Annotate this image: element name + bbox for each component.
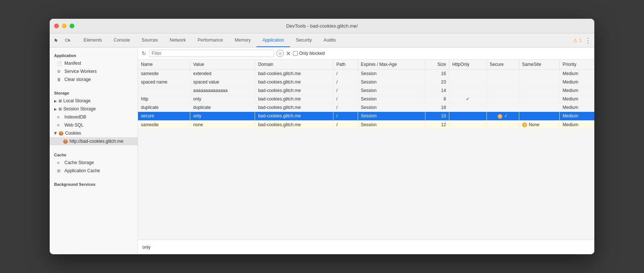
refresh-button[interactable]: ↻ (141, 50, 147, 57)
device-toggle-icon[interactable] (64, 36, 72, 45)
clear-filter-button[interactable]: ✕ (286, 50, 291, 57)
cell-5-3: / (333, 112, 358, 121)
minimize-button[interactable] (62, 24, 67, 28)
application-cache-icon: ⊞ (57, 169, 62, 173)
cell-6-7 (486, 120, 519, 129)
cookie-table: Name Value Domain Path Expires / Max-Age… (138, 60, 594, 129)
table-row[interactable]: samesitenonebad-cookies.glitch.me/Sessio… (138, 120, 594, 129)
cell-5-6 (449, 112, 486, 121)
traffic-lights (54, 24, 74, 28)
cell-1-7 (486, 78, 519, 86)
cell-5-4: Session (358, 112, 425, 121)
cell-2-0 (138, 86, 190, 95)
cell-3-0: http (138, 95, 190, 103)
sidebar-item-manifest[interactable]: 📄 Manifest (50, 59, 138, 67)
cell-1-2: bad-cookies.glitch.me (255, 78, 333, 86)
cell-6-8: ℹ None (519, 120, 559, 129)
sidebar-item-cache-storage[interactable]: ≡ Cache Storage (50, 159, 138, 167)
cell-1-8 (519, 78, 559, 86)
cell-2-7 (486, 86, 519, 95)
filter-input[interactable] (152, 51, 272, 56)
cell-0-2: bad-cookies.glitch.me (255, 70, 333, 78)
cursor-icon[interactable] (53, 36, 61, 45)
cell-3-2: bad-cookies.glitch.me (255, 95, 333, 103)
cell-1-9: Medium (559, 78, 594, 86)
blocked-icon[interactable]: ⊘ (276, 50, 284, 57)
window-title: DevTools - bad-cookies.glitch.me/ (286, 23, 358, 29)
cell-3-9: Medium (559, 95, 594, 103)
tab-sources[interactable]: Sources (136, 33, 164, 47)
tabbar-right: ⚠ 1 ⋮ (573, 36, 591, 45)
table-row[interactable]: spaced namespaced valuebad-cookies.glitc… (138, 78, 594, 86)
sidebar-item-service-workers[interactable]: ⚙ Service Workers (50, 67, 138, 75)
close-button[interactable] (54, 24, 59, 28)
tab-audits[interactable]: Audits (318, 33, 342, 47)
sidebar-item-cookie-url[interactable]: 🍪 http://bad-cookies.glitch.me (50, 137, 138, 145)
trash-icon: 🗑 (57, 77, 62, 82)
table-row[interactable]: httponlybad-cookies.glitch.me/Session8✓M… (138, 95, 594, 103)
cell-6-3: / (333, 120, 358, 129)
cell-5-5: 10 (425, 112, 449, 121)
cell-3-5: 8 (425, 95, 449, 103)
col-priority: Priority (559, 60, 594, 70)
cell-4-9: Medium (559, 103, 594, 112)
filter-bar: ↻ ⊘ ✕ Only blocked (138, 47, 594, 60)
more-menu-button[interactable]: ⋮ (585, 36, 591, 45)
cell-5-0: secure (138, 112, 190, 121)
sidebar-item-cookies[interactable]: ▶ 🍪 Cookies (50, 129, 138, 137)
sidebar-section-cache: Cache (50, 150, 138, 159)
cookie-url-icon: 🍪 (63, 139, 68, 144)
filter-input-wrap (149, 50, 274, 57)
cell-0-6 (449, 70, 486, 78)
tab-application[interactable]: Application (256, 33, 290, 47)
cell-4-6 (449, 103, 486, 112)
cell-4-1: duplicate (190, 103, 255, 112)
col-secure: Secure (486, 60, 519, 70)
cell-5-1: only (190, 112, 255, 121)
sidebar-item-indexeddb[interactable]: ≡ IndexedDB (50, 113, 138, 121)
cell-1-1: spaced value (190, 78, 255, 86)
table-header-row: Name Value Domain Path Expires / Max-Age… (138, 60, 594, 70)
table-row[interactable]: secureonlybad-cookies.glitch.me/Session1… (138, 112, 594, 121)
sidebar-item-web-sql[interactable]: ≡ Web SQL (50, 121, 138, 129)
warning-count: 1 (579, 38, 582, 43)
sidebar-item-session-storage[interactable]: ▶ ⊞ Session Storage (50, 105, 138, 113)
grid-icon-session: ⊞ (59, 107, 62, 111)
tab-security[interactable]: Security (290, 33, 318, 47)
sidebar-item-clear-storage[interactable]: 🗑 Clear storage (50, 75, 138, 84)
manifest-icon: 📄 (57, 61, 62, 66)
cell-0-9: Medium (559, 70, 594, 78)
tabs-container: Elements Console Sources Network Perform… (78, 33, 342, 47)
cell-6-9: Medium (559, 120, 594, 129)
cell-1-3: / (333, 78, 358, 86)
sidebar-item-application-cache[interactable]: ⊞ Application Cache (50, 167, 138, 175)
cell-2-6 (449, 86, 486, 95)
table-row[interactable]: samesiteextendedbad-cookies.glitch.me/Se… (138, 70, 594, 78)
tab-console[interactable]: Console (108, 33, 136, 47)
preview-value: only (142, 245, 151, 250)
cell-6-5: 12 (425, 120, 449, 129)
cell-2-4: Session (358, 86, 425, 95)
cell-1-6 (449, 78, 486, 86)
cell-5-8 (519, 112, 559, 121)
cell-1-5: 23 (425, 78, 449, 86)
devtools-window: DevTools - bad-cookies.glitch.me/ Elemen… (50, 19, 594, 254)
cell-4-4: Session (358, 103, 425, 112)
table-row[interactable]: duplicateduplicatebad-cookies.glitch.me/… (138, 103, 594, 112)
cell-3-1: only (190, 95, 255, 103)
maximize-button[interactable] (70, 24, 74, 28)
tab-memory[interactable]: Memory (229, 33, 256, 47)
main-content: Application 📄 Manifest ⚙ Service Workers… (50, 47, 594, 254)
samesite-value: None (528, 122, 539, 127)
sidebar-item-local-storage[interactable]: ▶ ⊞ Local Storage (50, 97, 138, 105)
warning-badge[interactable]: ⚠ 1 (573, 38, 582, 43)
tab-elements[interactable]: Elements (78, 33, 108, 47)
table-row[interactable]: aaaaaaaaaaaaaabad-cookies.glitch.me/Sess… (138, 86, 594, 95)
tab-network[interactable]: Network (164, 33, 192, 47)
secure-checkmark: ✓ (503, 113, 508, 118)
tab-performance[interactable]: Performance (192, 33, 229, 47)
col-domain: Domain (255, 60, 333, 70)
cell-3-7 (486, 95, 519, 103)
only-blocked-checkbox[interactable] (293, 51, 298, 56)
col-samesite: SameSite (519, 60, 559, 70)
